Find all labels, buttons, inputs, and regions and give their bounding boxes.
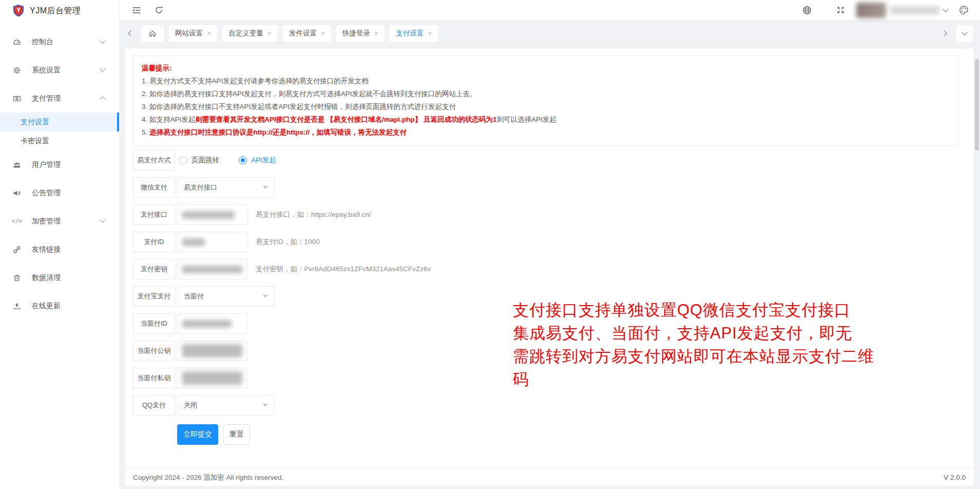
notice-title: 温馨提示: xyxy=(142,62,950,74)
sidebar-item-payment-management[interactable]: 支付管理 xyxy=(0,84,119,112)
chevron-down-icon xyxy=(100,217,105,222)
pay-id-input[interactable] xyxy=(177,232,247,252)
caret-down-icon xyxy=(263,295,268,298)
form-row-alipay: 支付宝支付 当面付 xyxy=(133,286,958,307)
logo-shield-icon xyxy=(12,4,25,17)
theme-palette-icon[interactable] xyxy=(959,5,969,15)
card-content: 温馨提示: 1. 易支付方式支不支持API发起支付请参考你选择的易支付接口的开发… xyxy=(125,48,974,468)
sidebar-item-friend-links[interactable]: 友情链接 xyxy=(0,235,119,264)
radio-page-redirect[interactable]: 页面跳转 xyxy=(179,156,219,165)
tab-sender-settings[interactable]: 发件设置 × xyxy=(283,25,331,42)
sidebar-item-label: 数据清理 xyxy=(32,273,61,283)
close-icon[interactable]: × xyxy=(321,30,325,37)
gear-icon xyxy=(12,66,22,74)
field-label: 当面付公钥 xyxy=(133,341,175,361)
tab-quick-login[interactable]: 快捷登录 × xyxy=(336,25,385,42)
radio-api-initiate[interactable]: API发起 xyxy=(239,156,276,165)
tabs-scroll-right-icon[interactable] xyxy=(939,31,949,35)
dashboard-icon xyxy=(12,38,22,46)
copyright-text: Copyright 2024 - 2026 源加密 All rights res… xyxy=(133,473,283,482)
form-row-f2f-private-key: 当面付私钥 xyxy=(133,368,958,388)
tab-website-settings[interactable]: 网站设置 × xyxy=(169,25,217,42)
field-label: 支付密钥 xyxy=(133,259,175,279)
redacted-value xyxy=(182,344,242,358)
sidebar-menu: 控制台 系统设置 支付管理 支付设置 xyxy=(0,22,119,320)
sidebar-item-data-cleanup[interactable]: 数据清理 xyxy=(0,264,119,292)
tab-bar: 网站设置 × 自定义变量 × 发件设置 × 快捷登录 × 支付设置 × xyxy=(120,21,980,46)
alipay-select[interactable]: 当面付 xyxy=(177,286,275,307)
globe-icon[interactable] xyxy=(802,6,812,15)
notice-line: 4. 如支持API发起则需要查看其开发文档API接口支付是否是 【易支付接口域名… xyxy=(142,113,950,126)
logo-row: YJM后台管理 xyxy=(0,0,119,22)
caret-down-icon xyxy=(263,186,268,189)
banknote-icon xyxy=(12,95,22,103)
sidebar-item-label: 支付管理 xyxy=(32,94,61,103)
tab-custom-variables[interactable]: 自定义变量 × xyxy=(222,25,278,42)
pay-key-input[interactable] xyxy=(177,259,247,279)
fullscreen-icon[interactable] xyxy=(836,6,845,14)
vertical-scrollbar[interactable] xyxy=(975,59,979,151)
notice-line: 2. 如你选择的易支付接口支持API发起支付，则易支付方式可选择API发起就不会… xyxy=(142,87,950,100)
footer: Copyright 2024 - 2026 源加密 All rights res… xyxy=(125,468,974,486)
users-icon xyxy=(12,161,22,169)
sidebar-item-label: 公告管理 xyxy=(32,189,61,198)
qq-pay-select[interactable]: 关闭 xyxy=(177,395,275,416)
form-row-pay-id: 支付ID 易支付ID，如：1000 xyxy=(133,232,958,252)
tab-home[interactable] xyxy=(141,25,164,42)
sidebar-item-label: 系统设置 xyxy=(32,66,61,75)
notice-line: 3. 如你选择的易支付接口不支持API发起或者API发起支付时报错，则选择页面跳… xyxy=(142,100,950,113)
submit-button[interactable]: 立即提交 xyxy=(177,424,218,445)
form-row-pay-key: 支付密钥 支付密钥，如：Pvr8AdD465zx1ZFcM321Aas45CFv… xyxy=(133,259,958,279)
sidebar-item-user-management[interactable]: 用户管理 xyxy=(0,151,119,179)
user-menu[interactable] xyxy=(856,3,948,18)
sidebar-item-card-key-settings[interactable]: 卡密设置 xyxy=(0,131,119,151)
form-row-api-url: 支付接口 易支付接口，如：https://epay.ba9.cn/ xyxy=(133,204,958,225)
tabs-menu-icon[interactable] xyxy=(956,25,973,42)
sidebar-subitem-label: 卡密设置 xyxy=(21,137,49,146)
sidebar-item-encryption-management[interactable]: </> 加密管理 xyxy=(0,207,119,235)
sidebar-item-label: 友情链接 xyxy=(32,245,61,254)
sidebar-item-dashboard[interactable]: 控制台 xyxy=(0,28,119,56)
chevron-up-icon xyxy=(100,96,105,102)
trash-icon xyxy=(12,274,22,282)
payment-submenu: 支付设置 卡密设置 xyxy=(0,112,119,151)
sidebar-item-announcement-management[interactable]: 公告管理 xyxy=(0,179,119,207)
field-label: 支付ID xyxy=(133,232,175,252)
f2f-public-key-input[interactable] xyxy=(177,341,247,361)
field-label: QQ支付 xyxy=(133,395,175,416)
tabs-scroll-left-icon[interactable] xyxy=(126,31,136,35)
payment-form: 易支付方式 页面跳转 API发起 xyxy=(133,150,958,445)
tab-payment-settings[interactable]: 支付设置 × xyxy=(390,25,438,42)
radio-selected-icon xyxy=(239,156,247,164)
api-url-input[interactable] xyxy=(177,204,247,225)
chevron-down-icon xyxy=(100,66,105,71)
form-row-qq-pay: QQ支付 关闭 xyxy=(133,395,958,416)
version-text: V 2.0.0 xyxy=(944,474,966,481)
collapse-sidebar-icon[interactable] xyxy=(132,6,141,14)
close-icon[interactable]: × xyxy=(428,30,432,37)
field-label: 当面付私钥 xyxy=(133,368,175,388)
close-icon[interactable]: × xyxy=(207,30,211,37)
wechat-pay-select[interactable]: 易支付接口 xyxy=(177,177,275,198)
upload-icon xyxy=(12,302,22,310)
home-icon xyxy=(148,29,157,37)
refresh-icon[interactable] xyxy=(155,6,163,14)
sidebar-item-system-settings[interactable]: 系统设置 xyxy=(0,56,119,84)
header-right xyxy=(802,3,969,18)
sidebar-item-payment-settings[interactable]: 支付设置 xyxy=(0,112,119,131)
chevron-down-icon xyxy=(100,37,105,43)
form-row-f2f-public-key: 当面付公钥 xyxy=(133,341,958,361)
reset-button[interactable]: 重置 xyxy=(223,424,250,445)
close-icon[interactable]: × xyxy=(374,30,378,37)
content-body: 温馨提示: 1. 易支付方式支不支持API发起支付请参考你选择的易支付接口的开发… xyxy=(120,46,980,489)
sidebar-item-online-update[interactable]: 在线更新 xyxy=(0,292,119,320)
f2f-private-key-input[interactable] xyxy=(177,368,247,388)
field-hint: 易支付ID，如：1000 xyxy=(256,232,320,252)
close-icon[interactable]: × xyxy=(267,30,272,37)
f2f-id-input[interactable] xyxy=(177,313,247,334)
form-buttons: 立即提交 重置 xyxy=(177,424,958,445)
sidebar: YJM后台管理 控制台 系统设置 支付管理 xyxy=(0,0,120,489)
field-hint: 易支付接口，如：https://epay.ba9.cn/ xyxy=(256,204,371,225)
username-redacted xyxy=(890,6,939,14)
main-area: 网站设置 × 自定义变量 × 发件设置 × 快捷登录 × 支付设置 × xyxy=(120,0,980,489)
